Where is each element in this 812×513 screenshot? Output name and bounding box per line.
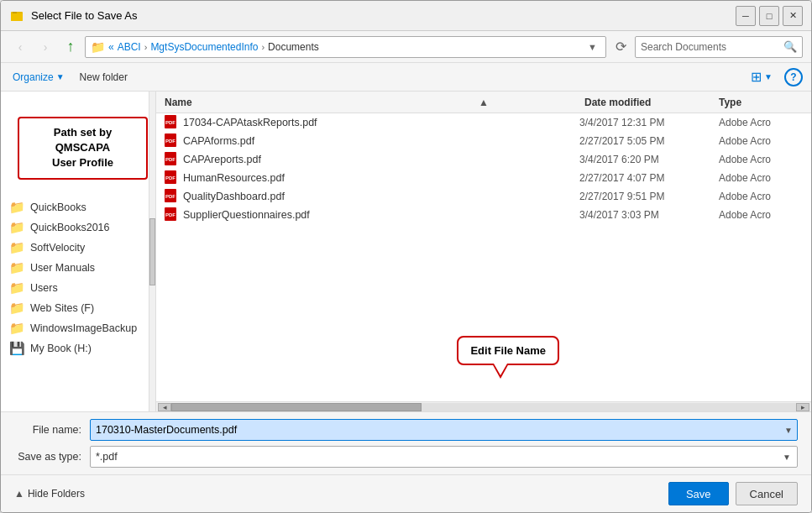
hide-folders-button[interactable]: ▲ Hide Folders	[14, 488, 85, 500]
file-type: Adobe Acro	[719, 209, 803, 221]
filename-row: File name: ▼	[14, 419, 798, 441]
breadcrumb-dropdown-button[interactable]: ▼	[584, 42, 600, 52]
sidebar-item-label: Users	[30, 282, 58, 294]
breadcrumb-bar[interactable]: 📁 « ABCI › MgtSysDocumentedInfo › Docume…	[85, 36, 606, 58]
file-panel: ▲ Name Date modified Type PDF 17034-CAPA…	[156, 92, 811, 411]
filetype-row: Save as type: *.pdf	[14, 446, 798, 468]
refresh-button[interactable]: ⟳	[610, 36, 631, 58]
breadcrumb-part-1[interactable]: «	[108, 41, 114, 53]
new-folder-label: New folder	[80, 71, 128, 83]
action-bar: Organize ▼ New folder ⊞ ▼ ?	[1, 63, 811, 92]
view-chevron-icon: ▼	[764, 72, 773, 81]
cancel-button[interactable]: Cancel	[736, 482, 798, 505]
file-date: 3/4/2017 3:03 PM	[579, 209, 714, 221]
pdf-icon: PDF	[165, 152, 178, 168]
view-icon: ⊞	[751, 69, 762, 85]
scroll-thumb[interactable]	[171, 403, 422, 411]
save-button[interactable]: Save	[668, 482, 729, 505]
search-box: 🔍	[635, 36, 803, 58]
horizontal-scrollbar[interactable]: ◂ ▸	[156, 401, 811, 411]
breadcrumb-sep-2: ›	[261, 42, 265, 52]
pdf-icon: PDF	[165, 133, 178, 149]
file-item[interactable]: PDF 17034-CAPAtaskReports.pdf 3/4/2017 1…	[156, 113, 811, 132]
file-name: SupplierQuestionnaires.pdf	[183, 209, 574, 221]
search-icon: 🔍	[783, 40, 797, 53]
sidebar-item-softvelocity[interactable]: 📁 SoftVelocity	[1, 238, 155, 258]
col-name-header[interactable]: Name	[165, 97, 584, 108]
organize-button[interactable]: Organize ▼	[9, 70, 68, 85]
file-item[interactable]: PDF QualityDashboard.pdf 2/27/2017 9:51 …	[156, 187, 811, 206]
filename-dropdown-icon[interactable]: ▼	[784, 426, 798, 435]
title-bar-controls: ─ □ ✕	[736, 6, 803, 26]
file-type: Adobe Acro	[719, 117, 803, 128]
sidebar-item-web-sites[interactable]: 📁 Web Sites (F)	[1, 298, 155, 318]
filename-input[interactable]	[90, 419, 798, 441]
sidebar-item-user-manuals[interactable]: 📁 User Manuals	[1, 258, 155, 278]
file-item[interactable]: PDF HumanResources.pdf 2/27/2017 4:07 PM…	[156, 169, 811, 187]
folder-icon: 📁	[9, 321, 25, 336]
search-input[interactable]	[641, 41, 783, 53]
sidebar-item-quickbooks[interactable]: 📁 QuickBooks	[1, 197, 155, 217]
drive-icon: 💾	[9, 341, 25, 356]
file-item[interactable]: PDF CAPAforms.pdf 2/27/2017 5:05 PM Adob…	[156, 132, 811, 150]
svg-rect-1	[11, 13, 23, 21]
svg-text:PDF: PDF	[165, 212, 175, 217]
view-button[interactable]: ⊞ ▼	[747, 67, 776, 86]
filetype-label: Save as type:	[14, 451, 81, 463]
file-item[interactable]: PDF SupplierQuestionnaires.pdf 3/4/2017 …	[156, 206, 811, 224]
sidebar-item-label: User Manuals	[30, 262, 95, 274]
svg-text:PDF: PDF	[165, 194, 175, 199]
edit-annotation-text: Edit File Name	[470, 344, 546, 357]
path-annotation: Path set by QMSCAPAUser Profile	[18, 117, 148, 180]
scroll-left-button[interactable]: ◂	[158, 403, 171, 411]
sidebar-item-quickbooks2016[interactable]: 📁 QuickBooks2016	[1, 217, 155, 238]
folder-icon: 📁	[9, 280, 25, 296]
minimize-button[interactable]: ─	[736, 6, 756, 26]
svg-text:PDF: PDF	[165, 120, 175, 125]
sidebar-item-windows-backup[interactable]: 📁 WindowsImageBackup	[1, 318, 155, 338]
scroll-track	[171, 403, 796, 411]
breadcrumb-sep-1: ›	[144, 42, 148, 52]
dialog-title: Select File to Save As	[31, 9, 736, 22]
breadcrumb-abci[interactable]: ABCI	[118, 41, 141, 53]
organize-label: Organize	[13, 71, 54, 83]
sidebar: Path set by QMSCAPAUser Profile 📁 QuickB…	[1, 92, 156, 411]
col-date-header[interactable]: Date modified	[584, 97, 719, 108]
save-file-dialog: Select File to Save As ─ □ ✕ ‹ › ↑ 📁 « A…	[0, 0, 812, 513]
file-name: CAPAreports.pdf	[183, 154, 574, 165]
folder-icon: 📁	[9, 220, 25, 235]
navigation-toolbar: ‹ › ↑ 📁 « ABCI › MgtSysDocumentedInfo › …	[1, 31, 811, 63]
path-annotation-text: Path set by QMSCAPAUser Profile	[52, 126, 113, 169]
close-button[interactable]: ✕	[783, 6, 803, 26]
breadcrumb-mgtsys[interactable]: MgtSysDocumentedInfo	[150, 41, 258, 53]
forward-button[interactable]: ›	[34, 36, 56, 58]
main-content: Path set by QMSCAPAUser Profile 📁 QuickB…	[1, 92, 811, 411]
file-type: Adobe Acro	[719, 191, 803, 202]
help-button[interactable]: ?	[784, 68, 803, 86]
chevron-up-icon: ▲	[14, 488, 24, 500]
maximize-button[interactable]: □	[759, 6, 779, 26]
sidebar-item-label: WindowsImageBackup	[30, 322, 137, 334]
breadcrumb-documents[interactable]: Documents	[268, 41, 319, 53]
scroll-right-button[interactable]: ▸	[796, 403, 809, 411]
sidebar-item-label: Web Sites (F)	[30, 302, 94, 314]
breadcrumb-folder-icon: 📁	[91, 40, 105, 54]
edit-filename-annotation: Edit File Name	[457, 336, 559, 365]
up-button[interactable]: ↑	[60, 36, 81, 58]
folder-icon: 📁	[9, 240, 25, 255]
file-type: Adobe Acro	[719, 135, 803, 147]
filetype-select[interactable]: *.pdf	[90, 446, 798, 468]
back-button[interactable]: ‹	[9, 36, 31, 58]
file-name: HumanResources.pdf	[183, 172, 574, 184]
new-folder-button[interactable]: New folder	[76, 70, 131, 85]
file-item[interactable]: PDF CAPAreports.pdf 3/4/2017 6:20 PM Ado…	[156, 150, 811, 169]
action-buttons: Save Cancel	[668, 482, 798, 505]
sidebar-item-users[interactable]: 📁 Users	[1, 278, 155, 298]
file-date: 3/4/2017 6:20 PM	[579, 154, 714, 165]
svg-rect-2	[13, 12, 17, 13]
sidebar-item-my-book[interactable]: 💾 My Book (H:)	[1, 338, 155, 359]
file-name: CAPAforms.pdf	[183, 135, 574, 147]
file-type: Adobe Acro	[719, 154, 803, 165]
filetype-select-wrapper: *.pdf	[90, 446, 798, 468]
col-type-header[interactable]: Type	[719, 97, 803, 108]
